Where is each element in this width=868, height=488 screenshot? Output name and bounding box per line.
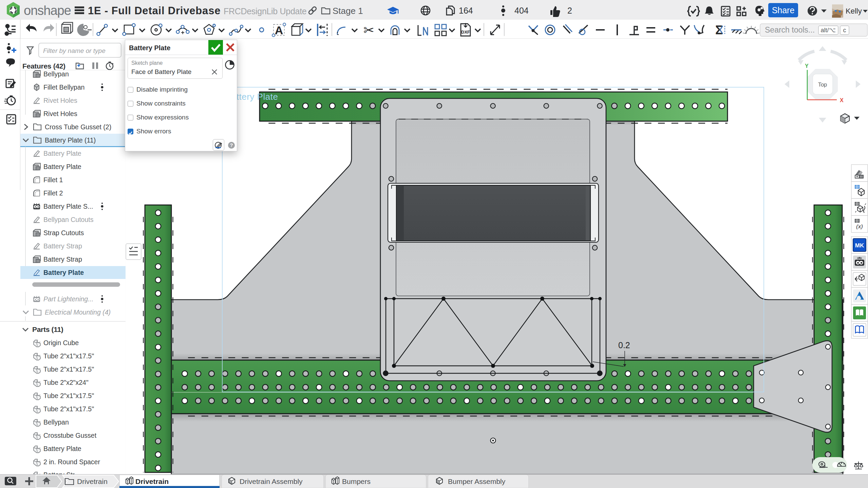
svg-text:Top: Top (818, 81, 827, 88)
svg-text:onshape: onshape (24, 3, 71, 18)
svg-text:Bellypan Cutouts: Bellypan Cutouts (43, 216, 94, 223)
svg-text:Battery Plate: Battery Plate (43, 150, 81, 157)
svg-text:A: A (275, 24, 283, 37)
svg-text:Tube 2"x1"x17.5": Tube 2"x1"x17.5" (43, 365, 94, 373)
svg-text:Parts (11): Parts (11) (32, 325, 63, 333)
svg-text:Search tools...: Search tools... (765, 25, 815, 34)
svg-text:Battery Plate: Battery Plate (43, 163, 81, 170)
svg-text:DXF: DXF (461, 30, 470, 35)
svg-text:Drivetrain: Drivetrain (77, 477, 108, 485)
svg-text:Tube 2"x1"x17.5": Tube 2"x1"x17.5" (43, 352, 94, 360)
svg-text:Battery Plate: Battery Plate (43, 269, 84, 276)
svg-text:Kelly: Kelly (846, 7, 862, 15)
svg-text:alt/⌥: alt/⌥ (821, 27, 836, 34)
svg-text:Fillet Bellypan: Fillet Bellypan (43, 83, 84, 91)
svg-text:Rivet Holes: Rivet Holes (43, 97, 77, 104)
svg-text:Rivet Holes: Rivet Holes (43, 110, 77, 117)
svg-text:2 in. Round Spacer: 2 in. Round Spacer (43, 458, 100, 466)
svg-text:Strap Cutouts: Strap Cutouts (43, 229, 84, 237)
svg-text:Bumpers: Bumpers (342, 477, 371, 485)
svg-text:Features (42): Features (42) (22, 62, 65, 70)
svg-text:Part Lightening...: Part Lightening... (43, 295, 93, 303)
svg-text:Bellypan: Bellypan (43, 70, 69, 78)
svg-text:Fillet 1: Fillet 1 (43, 176, 63, 184)
svg-text:Battery Plate: Battery Plate (43, 445, 81, 452)
svg-text:Drivetrain: Drivetrain (135, 477, 169, 485)
svg-text:Fillet 2: Fillet 2 (43, 189, 63, 197)
svg-text:MK: MK (855, 242, 864, 249)
svg-text:✂: ✂ (363, 23, 374, 37)
svg-text:Y: Y (805, 63, 809, 69)
svg-text:2: 2 (567, 6, 572, 15)
svg-text:Origin Cube: Origin Cube (43, 339, 79, 346)
svg-text:Stage 1: Stage 1 (333, 6, 363, 16)
svg-text:(x): (x) (856, 223, 863, 230)
svg-text:Cross Tube Gusset (2): Cross Tube Gusset (2) (45, 123, 111, 131)
svg-text:1E - Full Detail Drivebase: 1E - Full Detail Drivebase (88, 5, 221, 17)
svg-text:Share: Share (772, 5, 795, 15)
svg-text:Filter by name or type: Filter by name or type (43, 47, 106, 54)
svg-text:404: 404 (514, 6, 529, 15)
svg-text:FRCDesignLib Update: FRCDesignLib Update (224, 6, 306, 16)
svg-text:Bellypan: Bellypan (43, 418, 69, 426)
svg-text:Tube 2"x1"x17.5": Tube 2"x1"x17.5" (43, 392, 94, 399)
svg-text:Crosstube Gusset: Crosstube Gusset (43, 432, 97, 439)
svg-text:Tube 2"x2"x24": Tube 2"x2"x24" (43, 379, 89, 386)
svg-text:c: c (843, 27, 846, 34)
svg-text:Battery Plate S...: Battery Plate S... (43, 203, 93, 210)
svg-text:Bumper Assembly: Bumper Assembly (448, 477, 506, 485)
svg-text:Battery Strap: Battery Strap (43, 242, 82, 250)
svg-text:0.2: 0.2 (618, 340, 630, 350)
svg-text:X: X (840, 97, 844, 103)
svg-text:Battery Plate (11): Battery Plate (11) (45, 136, 96, 144)
svg-text:164: 164 (459, 6, 473, 15)
svg-text:Battery Strap: Battery Strap (43, 256, 82, 263)
svg-text:Electrical Mounting (4): Electrical Mounting (4) (45, 308, 111, 316)
svg-text:Σ: Σ (715, 23, 723, 37)
svg-text:Tube 2"x1"x17.5": Tube 2"x1"x17.5" (43, 405, 94, 413)
svg-text:Drivetrain Assembly: Drivetrain Assembly (240, 477, 303, 485)
